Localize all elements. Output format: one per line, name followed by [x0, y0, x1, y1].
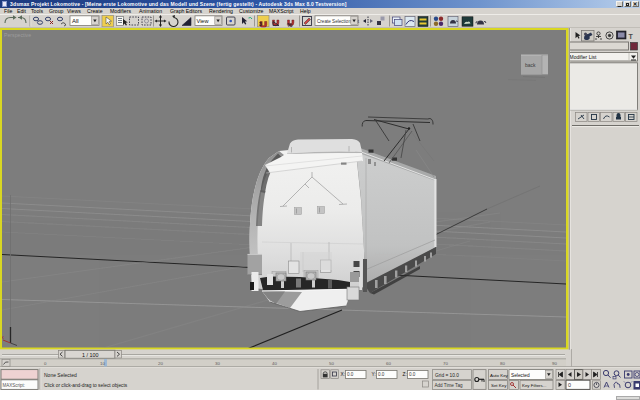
- svg-text:Y:: Y:: [372, 372, 376, 377]
- svg-text:Click or click-and-drag to sel: Click or click-and-drag to select object…: [44, 383, 128, 388]
- svg-text:T: T: [629, 33, 634, 40]
- svg-text:0.0: 0.0: [409, 372, 416, 377]
- svg-text:70: 70: [443, 361, 448, 366]
- svg-text:None Selected: None Selected: [44, 372, 77, 378]
- svg-text:40: 40: [272, 361, 277, 366]
- svg-text:Key Filters...: Key Filters...: [522, 383, 546, 388]
- svg-text:back: back: [525, 62, 536, 68]
- svg-text:Auto Key: Auto Key: [490, 373, 509, 378]
- svg-text:Modifier List: Modifier List: [570, 54, 597, 60]
- svg-text:50: 50: [329, 361, 334, 366]
- svg-text:Z:: Z:: [403, 372, 407, 377]
- svg-text:60: 60: [386, 361, 391, 366]
- svg-text:90: 90: [552, 361, 557, 366]
- svg-text:View: View: [197, 18, 210, 24]
- svg-text:Selected: Selected: [511, 373, 530, 378]
- svg-text:20: 20: [158, 361, 163, 366]
- svg-text:%: %: [287, 22, 293, 28]
- svg-text:1 / 100: 1 / 100: [82, 352, 99, 358]
- svg-text:10: 10: [100, 361, 105, 366]
- svg-text:Add Time Tag: Add Time Tag: [435, 383, 463, 388]
- svg-text:MAXScript:: MAXScript:: [3, 383, 26, 388]
- svg-text:0.0: 0.0: [378, 372, 385, 377]
- svg-text:3: 3: [259, 21, 262, 27]
- svg-text:Grid = 10.0: Grid = 10.0: [435, 373, 459, 378]
- svg-text:X:: X:: [341, 372, 346, 377]
- svg-text:0: 0: [568, 382, 571, 388]
- svg-text:Set Key: Set Key: [491, 383, 507, 388]
- svg-text:All: All: [72, 18, 79, 24]
- svg-text:Perspective: Perspective: [4, 32, 31, 38]
- svg-text:80: 80: [500, 361, 505, 366]
- svg-text:30: 30: [215, 361, 220, 366]
- svg-text:0.0: 0.0: [347, 372, 354, 377]
